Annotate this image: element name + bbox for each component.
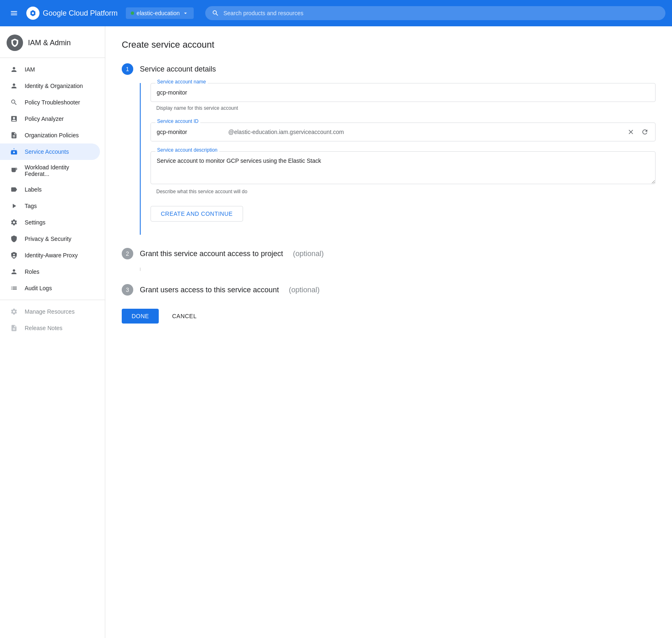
search-icon (212, 9, 219, 17)
settings-label: Settings (25, 219, 46, 226)
refresh-icon (641, 128, 649, 136)
action-buttons: DONE CANCEL (122, 309, 656, 324)
sidebar-item-privacy-security[interactable]: Privacy & Security (0, 231, 100, 247)
project-name: elastic-education (137, 10, 180, 16)
app-title: Google Cloud Platform (43, 9, 118, 18)
step-1-number: 1 (122, 63, 133, 75)
step-2-number: 2 (122, 248, 133, 259)
service-account-id-input[interactable] (151, 123, 225, 141)
sidebar-item-roles[interactable]: Roles (0, 264, 100, 280)
search-bar[interactable]: Search products and resources (205, 6, 665, 20)
refresh-id-button[interactable] (640, 127, 650, 137)
id-suffix: @elastic-education.iam.gserviceaccount.c… (225, 123, 626, 141)
policy-troubleshooter-icon (10, 98, 18, 106)
project-status-dot (131, 12, 134, 15)
id-row: @elastic-education.iam.gserviceaccount.c… (151, 123, 656, 141)
policy-troubleshooter-label: Policy Troubleshooter (25, 99, 80, 106)
step-1-content: Service account name Display name for th… (140, 83, 656, 235)
sidebar-item-identity-org[interactable]: Identity & Organization (0, 78, 100, 94)
sidebar-header: IAM & Admin (0, 26, 105, 58)
clear-id-button[interactable] (626, 127, 636, 137)
sidebar-item-tags[interactable]: Tags (0, 198, 100, 214)
desc-label: Service account description (155, 147, 219, 153)
workload-identity-label: Workload Identity Federat... (25, 164, 93, 177)
iam-label: IAM (25, 66, 35, 73)
privacy-security-icon (10, 235, 18, 243)
create-and-continue-button[interactable]: CREATE AND CONTINUE (151, 206, 243, 222)
privacy-security-label: Privacy & Security (25, 236, 72, 242)
settings-icon (10, 218, 18, 227)
hamburger-menu[interactable] (7, 6, 21, 21)
sidebar-item-policy-analyzer[interactable]: Policy Analyzer (0, 111, 100, 127)
sidebar-item-service-accounts[interactable]: Service Accounts (0, 143, 100, 160)
step-2-section: 2 Grant this service account access to p… (122, 248, 656, 271)
desc-field-group: Service account description Service acco… (151, 151, 656, 196)
workload-identity-icon (10, 166, 18, 175)
audit-logs-label: Audit Logs (25, 285, 52, 291)
step-1-title: Service account details (140, 65, 216, 74)
sidebar-item-iam[interactable]: IAM (0, 61, 100, 78)
step-3-header: 3 Grant users access to this service acc… (122, 284, 656, 296)
cancel-button[interactable]: CANCEL (162, 309, 206, 324)
tags-label: Tags (25, 203, 37, 209)
org-policies-icon (10, 131, 18, 139)
sidebar: IAM & Admin IAM Identity & Organization (0, 26, 105, 638)
sidebar-item-identity-aware-proxy[interactable]: Identity-Aware Proxy (0, 247, 100, 264)
identity-org-label: Identity & Organization (25, 83, 83, 89)
page-layout: IAM & Admin IAM Identity & Organization (0, 26, 672, 638)
id-label: Service account ID (155, 118, 200, 124)
step-1-section: 1 Service account details Service accoun… (122, 63, 656, 235)
sidebar-item-audit-logs[interactable]: Audit Logs (0, 280, 100, 296)
search-placeholder: Search products and resources (223, 10, 304, 16)
step-2-header: 2 Grant this service account access to p… (122, 248, 656, 259)
name-helper: Display name for this service account (151, 104, 656, 113)
done-button[interactable]: DONE (122, 309, 159, 324)
service-account-desc-input[interactable]: Service account to monitor GCP services … (151, 151, 656, 184)
sidebar-item-policy-troubleshooter[interactable]: Policy Troubleshooter (0, 94, 100, 111)
clear-icon (627, 128, 635, 136)
iam-icon (10, 65, 18, 74)
sidebar-divider (0, 300, 105, 300)
sidebar-item-release-notes[interactable]: Release Notes (0, 320, 100, 336)
service-account-name-input[interactable] (151, 83, 656, 102)
desc-field-wrapper: Service account description Service acco… (151, 151, 656, 185)
sidebar-header-icon (7, 35, 23, 51)
svg-point-0 (32, 12, 34, 14)
roles-icon (10, 268, 18, 276)
audit-logs-icon (10, 284, 18, 292)
sidebar-item-settings[interactable]: Settings (0, 214, 100, 231)
labels-label: Labels (25, 186, 42, 193)
sidebar-item-workload-identity[interactable]: Workload Identity Federat... (0, 160, 100, 181)
name-field-group: Service account name Display name for th… (151, 83, 656, 113)
service-accounts-label: Service Accounts (25, 148, 69, 155)
step-3-section: 3 Grant users access to this service acc… (122, 284, 656, 296)
top-navigation: Google Cloud Platform elastic-education … (0, 0, 672, 26)
identity-org-icon (10, 82, 18, 90)
sidebar-item-labels[interactable]: Labels (0, 181, 100, 198)
main-content: Create service account 1 Service account… (105, 26, 672, 638)
id-field-group: Service account ID @elastic-education.ia… (151, 123, 656, 141)
id-actions (626, 127, 655, 137)
release-notes-label: Release Notes (25, 325, 63, 331)
tags-icon (10, 202, 18, 210)
step-2-content (140, 268, 656, 271)
identity-aware-proxy-icon (10, 251, 18, 259)
sidebar-item-manage-resources[interactable]: Manage Resources (0, 303, 100, 320)
manage-resources-label: Manage Resources (25, 308, 74, 315)
service-accounts-icon (10, 148, 18, 156)
labels-icon (10, 185, 18, 194)
identity-aware-proxy-label: Identity-Aware Proxy (25, 252, 78, 259)
sidebar-title: IAM & Admin (28, 39, 71, 47)
release-notes-icon (10, 324, 18, 332)
sidebar-item-org-policies[interactable]: Organization Policies (0, 127, 100, 143)
step-3-number: 3 (122, 284, 133, 296)
desc-helper: Describe what this service account will … (151, 187, 656, 196)
app-logo: Google Cloud Platform (26, 7, 118, 20)
name-field-wrapper: Service account name (151, 83, 656, 102)
step-2-title: Grant this service account access to pro… (140, 250, 283, 258)
project-selector[interactable]: elastic-education (126, 7, 194, 19)
org-policies-label: Organization Policies (25, 132, 79, 139)
logo-icon (26, 7, 39, 20)
name-label: Service account name (155, 79, 208, 85)
chevron-down-icon (182, 10, 189, 16)
